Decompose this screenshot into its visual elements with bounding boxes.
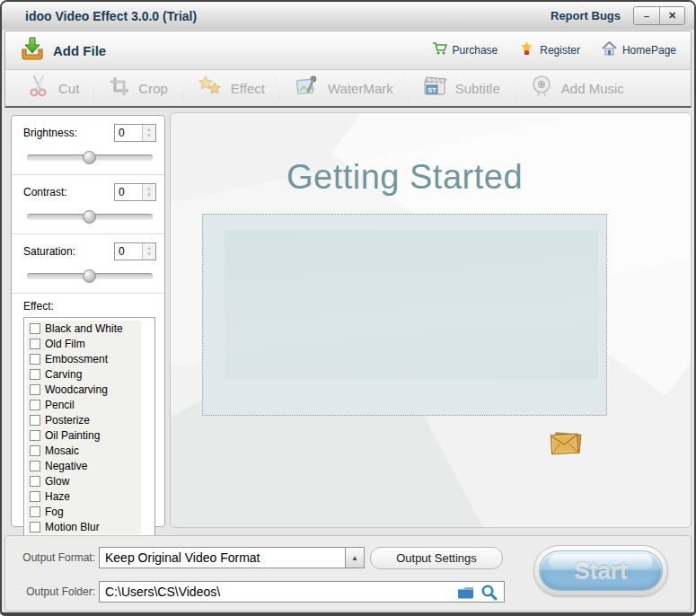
effect-checkbox[interactable]: [30, 430, 40, 441]
watermark-label: WaterMark: [328, 81, 393, 96]
saturation-input[interactable]: [115, 243, 142, 260]
toolbar-separator: [93, 76, 94, 100]
output-panel: Output Format: Keep Original Video Forma…: [4, 535, 692, 612]
effect-item[interactable]: Black and White: [27, 321, 141, 336]
envelope-icon[interactable]: [548, 428, 584, 459]
spinner-up-icon[interactable]: ▲: [146, 127, 152, 133]
brightness-input[interactable]: [115, 125, 142, 141]
add-music-button[interactable]: Add Music: [530, 75, 624, 101]
brightness-spinner: ▲ ▼: [114, 124, 156, 142]
brightness-label: Brightness:: [23, 127, 77, 139]
toolbar-links: Purchase Register: [432, 41, 676, 59]
contrast-slider[interactable]: [25, 210, 154, 224]
brightness-slider[interactable]: [25, 151, 154, 164]
effect-item[interactable]: Motion Blur: [27, 519, 141, 534]
effect-checkbox[interactable]: [30, 461, 40, 471]
effect-item-label: Posterize: [45, 414, 90, 427]
add-file-button[interactable]: Add File: [20, 37, 106, 65]
register-button[interactable]: Register: [519, 41, 580, 59]
title-bar: idoo Video Effect 3.0.0 (Trial) Report B…: [2, 2, 694, 30]
output-format-select[interactable]: Keep Original Video Format ▲: [99, 547, 365, 568]
contrast-spinner: ▲ ▼: [114, 183, 156, 201]
effect-item[interactable]: Haze: [27, 488, 141, 504]
output-settings-button[interactable]: Output Settings: [370, 547, 503, 569]
badge-icon: [519, 41, 534, 59]
effect-item[interactable]: Embossment: [27, 351, 141, 366]
effect-list-label: Effect:: [23, 300, 155, 312]
close-button[interactable]: ✕: [659, 7, 684, 24]
contrast-section: Contrast: ▲ ▼: [12, 175, 164, 234]
add-file-icon: [20, 37, 45, 65]
effect-item[interactable]: Oil Painting: [27, 427, 141, 443]
cut-button[interactable]: Cut: [27, 75, 79, 101]
saturation-spinner: ▲ ▼: [114, 242, 156, 260]
cut-label: Cut: [58, 81, 79, 96]
minimize-button[interactable]: –: [634, 7, 659, 24]
effect-checkbox[interactable]: [30, 323, 40, 334]
output-folder-field: [99, 581, 505, 603]
toolbar-separator: [279, 76, 280, 100]
effect-item-label: Black and White: [45, 322, 123, 335]
saturation-label: Saturation:: [23, 245, 75, 258]
effect-item-label: Woodcarving: [45, 383, 108, 396]
spinner-down-icon[interactable]: ▼: [146, 251, 152, 258]
add-music-label: Add Music: [561, 81, 624, 96]
start-button[interactable]: Start: [533, 545, 668, 596]
saturation-spin-buttons: ▲ ▼: [142, 243, 155, 260]
effect-checkbox[interactable]: [30, 415, 40, 426]
report-bugs-link[interactable]: Report Bugs: [551, 9, 621, 22]
effect-checkbox[interactable]: [30, 384, 40, 395]
output-folder-label: Output Folder:: [5, 585, 95, 598]
effect-checkbox[interactable]: [30, 445, 40, 456]
effect-item[interactable]: Woodcarving: [27, 382, 141, 397]
search-icon[interactable]: [480, 584, 498, 601]
effect-item[interactable]: Glow: [27, 473, 141, 488]
homepage-button[interactable]: HomePage: [602, 41, 676, 59]
preview-panel: Getting Started: [170, 112, 692, 528]
spinner-up-icon[interactable]: ▲: [146, 245, 152, 251]
effect-checkbox[interactable]: [30, 476, 40, 487]
effect-item[interactable]: Posterize: [27, 412, 141, 427]
effect-item[interactable]: Mosaic: [27, 443, 141, 458]
effect-item[interactable]: Old Film: [27, 336, 141, 351]
effect-checkbox[interactable]: [30, 522, 40, 532]
effect-item[interactable]: Pencil: [27, 397, 141, 412]
effect-checkbox[interactable]: [30, 339, 40, 349]
effect-item[interactable]: Negative: [27, 458, 141, 473]
effect-checkbox[interactable]: [30, 506, 40, 517]
spinner-down-icon[interactable]: ▼: [146, 133, 152, 139]
contrast-input[interactable]: [115, 184, 142, 200]
effect-checkbox[interactable]: [30, 369, 40, 380]
output-format-label: Output Format:: [5, 551, 95, 564]
effect-item[interactable]: Carving: [27, 366, 141, 382]
effect-checkbox[interactable]: [30, 400, 40, 410]
window-controls: – ✕: [633, 6, 685, 25]
subtitle-label: Subtitle: [455, 81, 500, 96]
disc-icon: [530, 75, 553, 101]
effect-checkbox[interactable]: [30, 354, 40, 365]
folder-browse-icon[interactable]: [457, 584, 474, 601]
slider-thumb[interactable]: [83, 210, 96, 224]
watermark-button[interactable]: WaterMark: [295, 75, 393, 101]
main-toolbar: Add File Purchase: [5, 31, 691, 70]
output-folder-input[interactable]: [100, 582, 452, 602]
purchase-button[interactable]: Purchase: [432, 41, 498, 59]
slider-thumb[interactable]: [83, 269, 96, 283]
spinner-down-icon[interactable]: ▼: [146, 192, 152, 198]
effect-item[interactable]: Fog: [27, 504, 141, 519]
crop-button[interactable]: Crop: [109, 75, 168, 101]
drop-zone[interactable]: [202, 214, 607, 416]
combo-arrow-icon[interactable]: ▲: [345, 548, 364, 568]
spinner-up-icon[interactable]: ▲: [146, 186, 152, 192]
subtitle-button[interactable]: ST Subtitle: [423, 75, 500, 101]
app-window: idoo Video Effect 3.0.0 (Trial) Report B…: [0, 0, 696, 616]
effect-section: Effect: Black and WhiteOld FilmEmbossmen…: [12, 294, 164, 567]
edit-toolbar: Cut Crop E: [5, 70, 691, 106]
saturation-slider[interactable]: [25, 269, 154, 283]
slider-thumb[interactable]: [83, 151, 96, 164]
effect-checkbox[interactable]: [30, 491, 40, 502]
effect-item-label: Embossment: [45, 353, 108, 365]
effect-button[interactable]: Effect: [198, 75, 265, 101]
output-format-value: Keep Original Video Format: [100, 548, 345, 568]
effect-item-label: Old Film: [45, 338, 85, 350]
